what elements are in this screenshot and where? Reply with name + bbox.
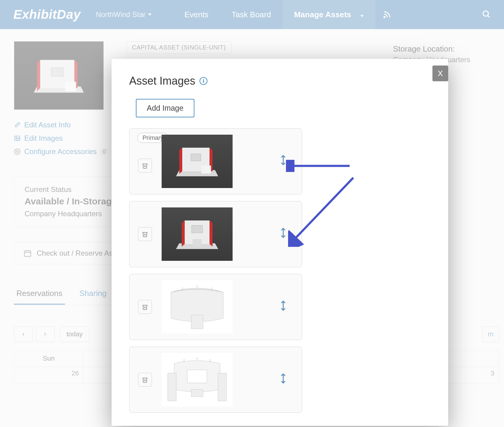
svg-rect-44	[168, 373, 176, 401]
drag-handle-icon[interactable]	[279, 227, 288, 241]
modal-title-text: Asset Images	[129, 75, 195, 87]
svg-rect-45	[218, 373, 227, 401]
image-card-4	[129, 347, 302, 413]
svg-marker-29	[182, 220, 185, 247]
close-button[interactable]: X	[432, 66, 448, 81]
image-list: Primary	[129, 128, 431, 413]
svg-marker-20	[179, 148, 182, 174]
svg-rect-46	[191, 389, 203, 397]
modal-title: Asset Images i	[129, 75, 431, 87]
delete-image-button[interactable]	[138, 373, 152, 387]
svg-rect-32	[193, 239, 201, 247]
svg-rect-31	[192, 225, 203, 233]
add-image-button[interactable]: Add Image	[136, 99, 194, 117]
svg-rect-23	[202, 166, 211, 173]
svg-rect-36	[191, 315, 203, 329]
info-icon[interactable]: i	[200, 77, 207, 85]
svg-rect-22	[191, 154, 201, 161]
delete-image-button[interactable]	[138, 300, 152, 314]
image-thumbnail[interactable]	[162, 207, 233, 261]
image-thumbnail[interactable]	[162, 280, 233, 334]
image-card-1: Primary	[129, 128, 302, 194]
image-thumbnail[interactable]	[162, 135, 233, 188]
delete-image-button[interactable]	[138, 227, 152, 241]
image-thumbnail[interactable]	[162, 353, 233, 406]
image-card-2	[129, 201, 302, 267]
drag-handle-icon[interactable]	[279, 300, 288, 314]
svg-rect-43	[187, 370, 207, 383]
asset-images-modal: X Asset Images i Add Image Primary	[112, 59, 448, 426]
svg-marker-30	[210, 220, 213, 247]
image-card-3	[129, 274, 302, 340]
delete-image-button[interactable]	[138, 159, 152, 173]
drag-handle-icon[interactable]	[279, 372, 288, 387]
drag-handle-icon[interactable]	[279, 154, 288, 169]
